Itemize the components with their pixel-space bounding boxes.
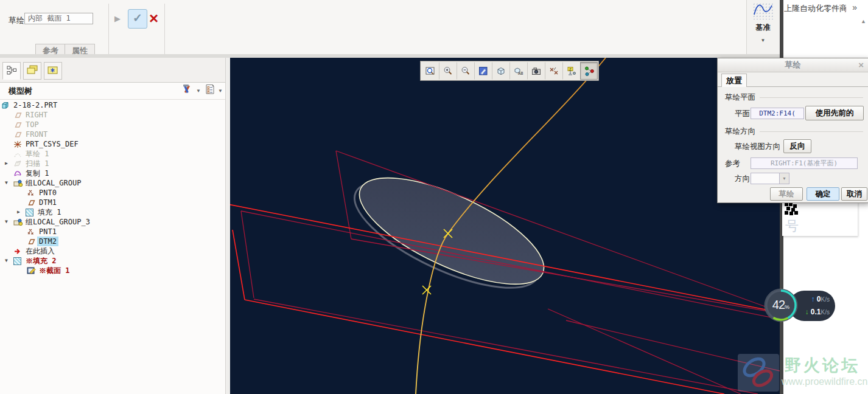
tree-item-label: ※填充 2: [24, 256, 58, 266]
speed-monitor-overlay[interactable]: ↑ 0K/s ↓ 0.1K/s 42%: [763, 288, 836, 324]
navigator-header: 模型树 ▼ ▼: [0, 82, 225, 100]
watermark-url: www.proewildfire.cn: [782, 376, 867, 387]
tree-item[interactable]: ▶扫描 1: [0, 159, 225, 168]
point-icon: [27, 228, 37, 236]
section-name-input[interactable]: 内部 截面 1: [24, 13, 93, 24]
tree-item[interactable]: TOP: [0, 120, 225, 130]
repaint-icon: [478, 66, 489, 77]
tree-item[interactable]: 复制 1: [0, 168, 225, 178]
dialog-title[interactable]: 草绘: [718, 58, 868, 72]
tree-item[interactable]: ▶填充 1: [0, 207, 225, 217]
sketch-icon: [13, 150, 24, 158]
spin-center-button[interactable]: Z: [562, 62, 580, 80]
view-manager-button[interactable]: AB: [509, 62, 527, 80]
download-speed: ↓ 0.1K/s: [794, 308, 830, 316]
tree-item[interactable]: ▼组LOCAL_GROUP: [0, 178, 225, 188]
chevron-down-icon[interactable]: ▼: [747, 38, 779, 43]
model-tree-title: 模型树: [9, 86, 32, 97]
datum-display-button[interactable]: [545, 62, 562, 80]
tab-favorites[interactable]: [44, 62, 62, 80]
accept-button[interactable]: ✓: [128, 9, 147, 29]
tree-item-label: FRONT: [24, 130, 49, 139]
tab-model-tree[interactable]: [2, 62, 21, 80]
plane-value-field[interactable]: DTM2:F14(: [751, 108, 804, 119]
sketch-plane-section: 草绘平面: [725, 92, 863, 103]
creo-window: 草绘 内部 截面 1 ▶ ✓ × 参考 属性 基准 ▼ 上隆自动化零件商 » ▲: [0, 0, 868, 394]
sketch-orientation-section-label: 草绘方向: [725, 126, 755, 137]
display-settings-button[interactable]: [527, 62, 545, 80]
cancel-feature-button[interactable]: ×: [149, 9, 158, 27]
close-icon[interactable]: ×: [858, 58, 864, 72]
tree-columns-icon[interactable]: [205, 84, 215, 98]
tree-item[interactable]: RIGHT: [0, 110, 225, 120]
download-arrow-icon: ↓: [805, 308, 809, 316]
favorites-icon: [47, 65, 59, 75]
tree-item-label: RIGHT: [24, 110, 49, 120]
named-views-icon: [495, 66, 506, 77]
expander-icon[interactable]: ▶: [17, 207, 26, 217]
datum-tool-button[interactable]: 基准 ▼: [747, 0, 779, 58]
folder-browser-icon: [27, 65, 38, 75]
tree-item[interactable]: ▼组LOCAL_GROUP_3: [0, 217, 225, 227]
model-tree-icon: [7, 65, 17, 75]
sketch-button[interactable]: 草绘: [770, 187, 803, 201]
section-rule: [760, 131, 863, 132]
tree-item[interactable]: FRONT: [0, 130, 225, 139]
chevron-down-icon[interactable]: ▼: [218, 88, 223, 94]
tree-item[interactable]: DTM2: [0, 237, 225, 246]
graphics-viewport[interactable]: ABZ: [230, 58, 780, 394]
browser-header-text[interactable]: 上隆自动化零件商: [784, 3, 846, 14]
tree-item[interactable]: ▼※填充 2: [0, 256, 225, 266]
tree-item[interactable]: ※截面 1: [0, 266, 225, 275]
use-previous-button[interactable]: 使用先前的: [805, 106, 864, 120]
model-tree: 2-18-2.PRTRIGHTTOPFRONTPRT_CSYS_DEF草绘 1▶…: [0, 100, 225, 275]
expander-icon[interactable]: ▼: [5, 178, 13, 188]
upload-arrow-icon: ↑: [811, 295, 815, 303]
tree-filters-icon[interactable]: [180, 84, 194, 98]
sketch-plane-section-label: 草绘平面: [725, 92, 755, 103]
tree-item[interactable]: 草绘 1: [0, 149, 225, 159]
in-graphics-toolbar: ABZ: [420, 61, 599, 81]
tree-item[interactable]: 在此插入: [0, 246, 225, 256]
orientation-icon: [584, 66, 595, 77]
tree-item-label: ※截面 1: [37, 266, 71, 275]
zoom-out-button[interactable]: [457, 62, 474, 80]
orientation-button[interactable]: [580, 62, 598, 80]
tree-item-label: 2-18-2.PRT: [12, 100, 59, 110]
reference-value-field[interactable]: RIGHT:F1(基准平面): [751, 157, 858, 169]
tree-item[interactable]: PNT1: [0, 227, 225, 237]
repaint-button[interactable]: [474, 62, 492, 80]
tree-item[interactable]: 2-18-2.PRT: [0, 100, 225, 110]
tab-folder-browser[interactable]: [23, 62, 41, 80]
scroll-up-icon[interactable]: ▲: [861, 18, 866, 24]
chevron-down-icon[interactable]: ▼: [779, 173, 789, 184]
datum-display-icon: [548, 66, 559, 77]
tree-item[interactable]: PRT_CSYS_DEF: [0, 139, 225, 149]
reference-label: 参考: [725, 159, 740, 169]
overflow-chevron-icon[interactable]: »: [852, 2, 857, 12]
svg-text:AB: AB: [518, 71, 523, 76]
tree-item-label: PNT1: [37, 227, 58, 237]
sketch-feature-label: 草绘: [9, 15, 24, 26]
preview-icon[interactable]: ▶: [114, 14, 121, 23]
fill-icon: [13, 257, 24, 265]
tree-item[interactable]: DTM1: [0, 198, 225, 207]
zoom-refit-button[interactable]: [421, 62, 439, 80]
ok-button[interactable]: 确定: [807, 187, 839, 201]
tree-item[interactable]: PNT0: [0, 188, 225, 198]
dimmed-glyph: 号: [785, 217, 799, 235]
orientation-select[interactable]: ▼: [751, 173, 789, 184]
named-views-button[interactable]: [492, 62, 509, 80]
zoom-in-button[interactable]: [439, 62, 457, 80]
expander-icon[interactable]: ▼: [5, 256, 13, 266]
flip-button[interactable]: 反向: [783, 139, 811, 153]
tab-placement[interactable]: 放置: [721, 74, 747, 87]
expander-icon[interactable]: ▶: [5, 159, 13, 168]
datum-button-label: 基准: [747, 22, 779, 33]
cancel-button[interactable]: 取消: [841, 187, 867, 201]
spin-center-icon: Z: [566, 66, 577, 77]
datum-plane-icon: [13, 111, 24, 119]
chevron-down-icon[interactable]: ▼: [196, 88, 201, 94]
part-icon: [1, 102, 12, 109]
expander-icon[interactable]: ▼: [5, 217, 13, 227]
